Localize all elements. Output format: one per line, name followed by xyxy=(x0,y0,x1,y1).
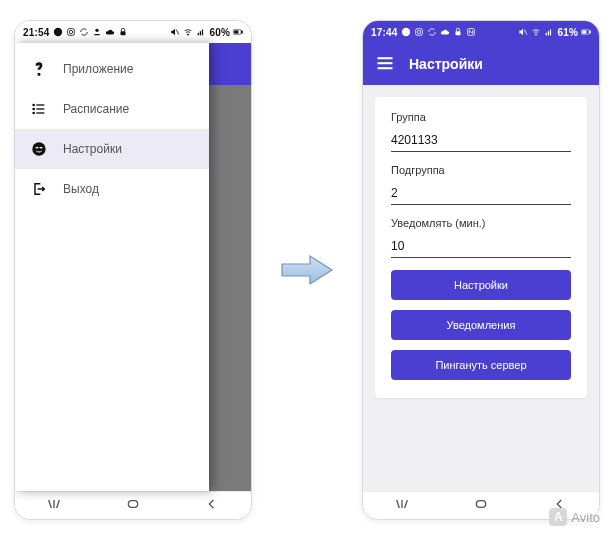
field-group: Группа 4201133 xyxy=(391,111,571,152)
notify-input[interactable]: 10 xyxy=(391,239,571,258)
svg-rect-4 xyxy=(120,31,125,35)
field-subgroup: Подгруппа 2 xyxy=(391,164,571,205)
lock-icon xyxy=(453,27,463,37)
help-icon xyxy=(29,61,49,77)
drawer-item-app[interactable]: Приложение xyxy=(15,49,209,89)
list-icon xyxy=(29,101,49,117)
svg-line-31 xyxy=(525,30,528,35)
svg-rect-35 xyxy=(550,30,551,36)
phone-left: 21:54 60% xyxy=(14,20,252,520)
svg-line-22 xyxy=(49,500,52,508)
svg-rect-41 xyxy=(378,67,393,69)
svg-rect-8 xyxy=(200,31,201,35)
svg-rect-9 xyxy=(202,30,203,36)
android-navbar xyxy=(15,491,251,519)
svg-point-13 xyxy=(32,104,35,107)
watermark-text: Avito xyxy=(571,510,600,525)
svg-point-17 xyxy=(32,112,35,115)
field-notify: Уведомлять (мин.) 10 xyxy=(391,217,571,258)
mute-icon xyxy=(170,27,180,37)
subgroup-input[interactable]: 2 xyxy=(391,186,571,205)
svg-line-24 xyxy=(57,500,60,508)
svg-rect-21 xyxy=(40,147,43,148)
svg-rect-45 xyxy=(476,500,485,507)
status-bar: 17:44 61% xyxy=(363,21,599,43)
instagram-icon xyxy=(66,27,76,37)
svg-point-28 xyxy=(417,30,420,33)
drawer-item-label: Выход xyxy=(63,182,99,196)
lock-icon xyxy=(118,27,128,37)
settings-card: Группа 4201133 Подгруппа 2 Уведомлять (м… xyxy=(375,97,587,398)
drawer-item-schedule[interactable]: Расписание xyxy=(15,89,209,129)
svg-rect-29 xyxy=(455,31,460,35)
svg-rect-20 xyxy=(36,147,39,148)
svg-point-26 xyxy=(401,28,409,36)
svg-line-5 xyxy=(177,30,180,35)
svg-rect-11 xyxy=(241,31,242,33)
status-battery: 60% xyxy=(209,27,230,38)
drawer-item-settings[interactable]: Настройки xyxy=(15,129,209,169)
svg-rect-27 xyxy=(415,29,422,36)
svg-point-2 xyxy=(69,30,72,33)
signal-icon xyxy=(196,27,206,37)
status-battery: 61% xyxy=(557,27,578,38)
drawer-item-label: Приложение xyxy=(63,62,133,76)
drawer-item-exit[interactable]: Выход xyxy=(15,169,209,209)
svg-rect-40 xyxy=(378,62,393,64)
nav-recent[interactable] xyxy=(46,496,62,516)
notifications-button[interactable]: Уведомления xyxy=(391,310,571,340)
svg-rect-16 xyxy=(36,108,44,109)
field-label: Группа xyxy=(391,111,571,123)
nav-home[interactable] xyxy=(473,496,489,516)
cloud-icon xyxy=(440,27,450,37)
cloud-icon xyxy=(105,27,115,37)
group-input[interactable]: 4201133 xyxy=(391,133,571,152)
svg-point-6 xyxy=(188,34,189,35)
status-bar: 21:54 60% xyxy=(15,21,251,43)
battery-icon xyxy=(233,27,243,37)
svg-rect-14 xyxy=(36,104,44,105)
drawer-item-label: Расписание xyxy=(63,102,129,116)
whatsapp-icon xyxy=(401,27,411,37)
svg-rect-1 xyxy=(67,29,74,36)
transition-arrow xyxy=(280,253,334,287)
svg-rect-18 xyxy=(36,112,44,113)
settings-screen: Группа 4201133 Подгруппа 2 Уведомлять (м… xyxy=(363,85,599,491)
svg-point-15 xyxy=(32,108,35,111)
settings-button[interactable]: Настройки xyxy=(391,270,571,300)
screen-drawer: Приложение Расписание Настройки xyxy=(15,43,251,491)
svg-rect-38 xyxy=(582,30,586,33)
signal-icon xyxy=(544,27,554,37)
instagram-icon xyxy=(414,27,424,37)
appbar-title: Настройки xyxy=(409,56,483,72)
field-label: Уведомлять (мин.) xyxy=(391,217,571,229)
svg-point-19 xyxy=(32,142,45,155)
sync-icon xyxy=(427,27,437,37)
avito-logo-icon: A xyxy=(549,508,567,526)
wifi-icon xyxy=(531,27,541,37)
drawer-item-label: Настройки xyxy=(63,142,122,156)
field-label: Подгруппа xyxy=(391,164,571,176)
svg-point-32 xyxy=(536,34,537,35)
nav-drawer: Приложение Расписание Настройки xyxy=(15,43,209,491)
nav-home[interactable] xyxy=(125,496,141,516)
nav-back[interactable] xyxy=(204,496,220,516)
status-time: 17:44 xyxy=(371,27,398,38)
nav-recent[interactable] xyxy=(394,496,410,516)
wifi-icon xyxy=(183,27,193,37)
svg-rect-37 xyxy=(589,31,590,33)
app-bar: Настройки xyxy=(363,43,599,85)
svg-line-42 xyxy=(397,500,400,508)
svg-rect-25 xyxy=(128,500,137,507)
menu-icon[interactable] xyxy=(375,53,395,76)
svg-line-44 xyxy=(405,500,408,508)
svg-rect-34 xyxy=(548,31,549,35)
account-icon xyxy=(92,27,102,37)
ping-server-button[interactable]: Пингануть сервер xyxy=(391,350,571,380)
svg-rect-12 xyxy=(234,30,238,33)
logout-icon xyxy=(29,181,49,197)
watermark: A Avito xyxy=(549,508,600,526)
battery-icon xyxy=(581,27,591,37)
svg-point-3 xyxy=(95,29,98,32)
svg-rect-7 xyxy=(198,33,199,36)
